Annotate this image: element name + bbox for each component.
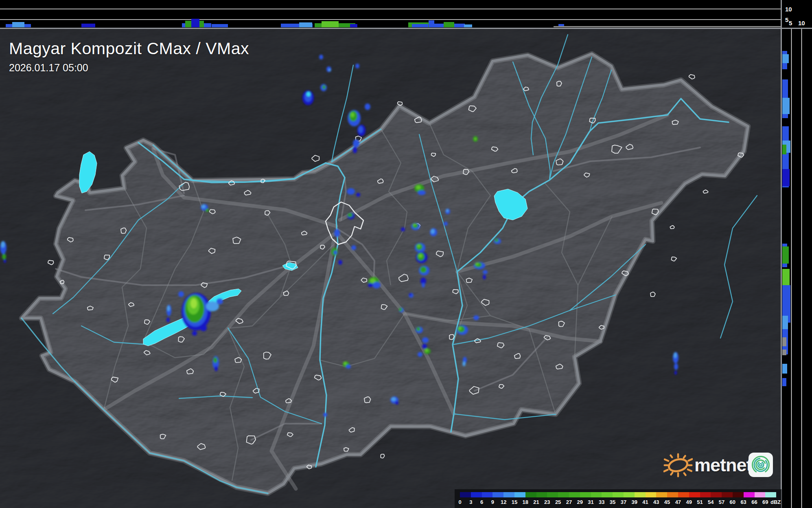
- colorbar-segment: [635, 492, 646, 497]
- dbz-colorbar: 0369121518212325272931333537394143454749…: [455, 489, 781, 508]
- colorbar-label: 51: [697, 499, 703, 505]
- colorbar-label: 39: [631, 499, 637, 505]
- colorbar-unit-label: dBZ: [770, 499, 781, 505]
- top-axis-label-10: 10: [785, 6, 792, 13]
- colorbar-label: 3: [469, 499, 472, 505]
- dbz-colorbar-scale: [460, 492, 776, 497]
- colorbar-label: 35: [610, 499, 615, 505]
- radar-map: [0, 0, 812, 508]
- colorbar-label: 6: [480, 499, 483, 505]
- colorbar-label: 66: [751, 499, 757, 505]
- colorbar-segment: [558, 492, 569, 497]
- logo-text: metnet: [694, 455, 752, 476]
- colorbar-segment: [700, 492, 711, 497]
- colorbar-segment: [471, 492, 482, 497]
- profile-axes-corner: 10 5 5 10: [782, 0, 812, 28]
- colorbar-segment: [525, 492, 536, 497]
- colorbar-segment: [536, 492, 547, 497]
- colorbar-label: 0: [458, 499, 461, 505]
- top-axis-label-5: 5: [785, 16, 788, 23]
- right-profile-strip: [782, 0, 812, 508]
- right-axis-label-10: 10: [798, 20, 805, 26]
- colorbar-label: 41: [642, 499, 648, 505]
- metnet-logo: metnet: [663, 447, 781, 488]
- colorbar-segment: [547, 492, 558, 497]
- colorbar-segment: [492, 492, 503, 497]
- colorbar-segment: [722, 492, 733, 497]
- colorbar-segment: [667, 492, 678, 497]
- colorbar-label: 27: [566, 499, 572, 505]
- horizontal-divider: [0, 28, 812, 29]
- top-profile-plot: [0, 0, 781, 28]
- colorbar-segment: [503, 492, 514, 497]
- colorbar-segment: [460, 492, 471, 497]
- colorbar-segment: [678, 492, 689, 497]
- colorbar-segment: [591, 492, 602, 497]
- colorbar-label: 33: [599, 499, 604, 505]
- timestamp: 2026.01.17 05:00: [9, 62, 249, 74]
- colorbar-segment: [613, 492, 624, 497]
- colorbar-label: 18: [523, 499, 528, 505]
- colorbar-label: 21: [533, 499, 539, 505]
- colorbar-label: 57: [719, 499, 724, 505]
- right-profile-plot: [782, 0, 812, 508]
- colorbar-label: 60: [730, 499, 735, 505]
- colorbar-segment: [580, 492, 591, 497]
- colorbar-segment: [514, 492, 525, 497]
- colorbar-segment: [602, 492, 613, 497]
- colorbar-label: 29: [577, 499, 582, 505]
- colorbar-segment: [646, 492, 657, 497]
- colorbar-segment: [733, 492, 744, 497]
- colorbar-segment: [765, 492, 776, 497]
- colorbar-segment: [624, 492, 635, 497]
- colorbar-label: 12: [501, 499, 506, 505]
- colorbar-segment: [689, 492, 700, 497]
- title-block: Magyar Kompozit CMax / VMax 2026.01.17 0…: [9, 39, 249, 74]
- colorbar-label: 23: [544, 499, 550, 505]
- colorbar-label: 47: [675, 499, 681, 505]
- colorbar-label: 49: [686, 499, 692, 505]
- top-profile-strip: [0, 0, 781, 28]
- spiral-app-icon: [748, 452, 773, 477]
- colorbar-label: 69: [762, 499, 768, 505]
- sun-icon: [663, 449, 693, 481]
- page-title: Magyar Kompozit CMax / VMax: [9, 39, 249, 58]
- colorbar-label: 54: [708, 499, 714, 505]
- colorbar-label: 15: [512, 499, 517, 505]
- colorbar-segment: [744, 492, 755, 497]
- colorbar-label: 31: [588, 499, 593, 505]
- colorbar-label: 9: [491, 499, 494, 505]
- colorbar-label: 43: [653, 499, 659, 505]
- colorbar-segment: [656, 492, 667, 497]
- radar-screen: 10 5 5 10 Magyar Kompozit CMax / VMax 20…: [0, 0, 812, 508]
- colorbar-label: 45: [664, 499, 670, 505]
- colorbar-segment: [755, 492, 766, 497]
- right-axis-label-5: 5: [789, 20, 792, 26]
- colorbar-label: 63: [740, 499, 746, 505]
- colorbar-segment: [482, 492, 493, 497]
- vertical-divider: [781, 0, 782, 508]
- colorbar-segment: [569, 492, 580, 497]
- colorbar-label: 37: [621, 499, 626, 505]
- colorbar-label: 25: [555, 499, 561, 505]
- colorbar-segment: [711, 492, 722, 497]
